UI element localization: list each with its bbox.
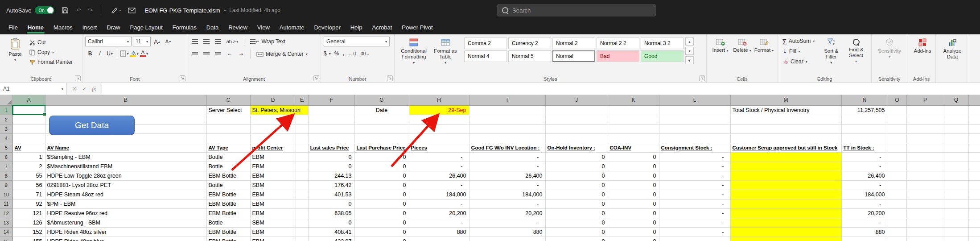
cell-M15[interactable] [730,237,841,241]
row-header-7[interactable]: 7 [0,162,12,171]
cell-Q6[interactable] [944,152,968,162]
cell-H11[interactable]: - [409,199,469,208]
cell-M13[interactable] [730,218,841,227]
cell-O11[interactable] [888,199,906,208]
cell-O6[interactable] [888,152,906,162]
cell-P13[interactable] [906,218,944,227]
column-header-D[interactable]: D [250,95,296,105]
cell-H5[interactable]: Pieces [409,143,469,152]
font-name-combo[interactable]: Calibri ▾ [85,37,132,46]
cell-x13[interactable] [968,218,980,227]
cell-B6[interactable]: $Sampling - EBM [45,152,206,162]
cell-D5[interactable]: profit Center [250,143,296,152]
column-header-M[interactable]: M [730,95,841,105]
cell-I1[interactable] [469,105,545,115]
cell-K8[interactable]: 0 [608,171,659,180]
align-top-button[interactable] [190,37,200,46]
row-header-1[interactable]: 1 [0,105,12,115]
cell-C12[interactable]: EBM Bottle [206,208,250,218]
cell-L6[interactable]: - [659,152,730,162]
cell-F9[interactable]: 176.42 [308,180,354,190]
cell-K14[interactable]: 0 [608,227,659,237]
cell-x10[interactable] [968,190,980,199]
cell-x6[interactable] [968,152,980,162]
cell-J7[interactable]: 0 [545,162,608,171]
cell-P10[interactable] [906,190,944,199]
cell-E9[interactable] [296,180,308,190]
cell-F15[interactable]: 422.07 [308,237,354,241]
cell-style-normal[interactable]: Normal [552,50,595,62]
cell-C8[interactable]: EBM Bottle [206,171,250,180]
cell-G2[interactable] [354,115,409,124]
cell-H12[interactable]: 20,200 [409,208,469,218]
menu-tab-insert[interactable]: Insert [78,21,102,34]
column-header-P[interactable]: P [906,95,944,105]
cell-K11[interactable]: 0 [608,199,659,208]
cell-B12[interactable]: HDPE Resolve 96oz red [45,208,206,218]
cell-J13[interactable]: 0 [545,218,608,227]
menu-tab-home[interactable]: Home [23,21,49,34]
insert-function-icon[interactable]: fx [92,85,96,92]
cell-O12[interactable] [888,208,906,218]
cell-A9[interactable]: 56 [12,180,45,190]
cell-N10[interactable]: 184,000 [841,190,888,199]
cell-M2[interactable] [730,115,841,124]
cell-F5[interactable]: Last sales Price [308,143,354,152]
cell-K4[interactable] [608,133,659,143]
cell-A1[interactable] [12,105,45,115]
cell-D6[interactable]: EBM [250,152,296,162]
cell-J5[interactable]: On-Hold Inventory : [545,143,608,152]
cell-D9[interactable]: SBM [250,180,296,190]
cell-Q9[interactable] [944,180,968,190]
cell-G9[interactable]: 0 [354,180,409,190]
cell-x14[interactable] [968,227,980,237]
cell-x9[interactable] [968,180,980,190]
draw-pen-icon[interactable]: ▾ [111,7,121,14]
cell-L4[interactable] [659,133,730,143]
menu-tab-power-pivot[interactable]: Power Pivot [397,21,437,34]
cell-I6[interactable]: - [469,152,545,162]
cell-O9[interactable] [888,180,906,190]
cell-Q2[interactable] [944,115,968,124]
cell-L9[interactable]: - [659,180,730,190]
cell-B10[interactable]: HDPE Steam 48oz red [45,190,206,199]
cell-x4[interactable] [968,133,980,143]
cell-E13[interactable] [296,218,308,227]
cell-K5[interactable]: COA-INV [608,143,659,152]
cell-style-normal-4[interactable]: Normal 4 [464,50,507,62]
cell-E12[interactable] [296,208,308,218]
cell-N8[interactable]: 26,400 [841,171,888,180]
cell-L5[interactable]: Consignment Stock : [659,143,730,152]
increase-decimal-button[interactable]: ←.0 [348,49,356,58]
column-header-B[interactable]: B [45,95,206,105]
cell-J15[interactable]: 0 [545,237,608,241]
cell-N9[interactable]: - [841,180,888,190]
borders-button[interactable]: ▾ [119,49,129,58]
cell-P1[interactable] [906,105,944,115]
cell-F6[interactable]: 0 [308,152,354,162]
cell-Q7[interactable] [944,162,968,171]
cell-I3[interactable] [469,124,545,133]
cell-D10[interactable]: EBM [250,190,296,199]
cell-G7[interactable]: 0 [354,162,409,171]
cell-A4[interactable] [12,133,45,143]
cell-A6[interactable]: 1 [12,152,45,162]
cell-I2[interactable] [469,115,545,124]
formula-input[interactable] [102,83,980,95]
cell-J10[interactable]: 0 [545,190,608,199]
menu-tab-macros[interactable]: Macros [49,21,78,34]
paste-button[interactable]: Paste ▾ [3,37,28,64]
cell-G10[interactable]: 0 [354,190,409,199]
cell-I15[interactable]: - [469,237,545,241]
cell-Q8[interactable] [944,171,968,180]
cell-G14[interactable]: 0 [354,227,409,237]
cell-style-normal-2[interactable]: Normal 2 [552,37,595,49]
align-right-button[interactable] [213,49,223,59]
cell-K2[interactable] [608,115,659,124]
cell-Q4[interactable] [944,133,968,143]
cell-B13[interactable]: $Abmusterung - SBM [45,218,206,227]
cell-F10[interactable]: 401.53 [308,190,354,199]
cell-B5[interactable]: AV Name [45,143,206,152]
cell-D11[interactable]: EBM [250,199,296,208]
cell-H13[interactable]: - [409,218,469,227]
